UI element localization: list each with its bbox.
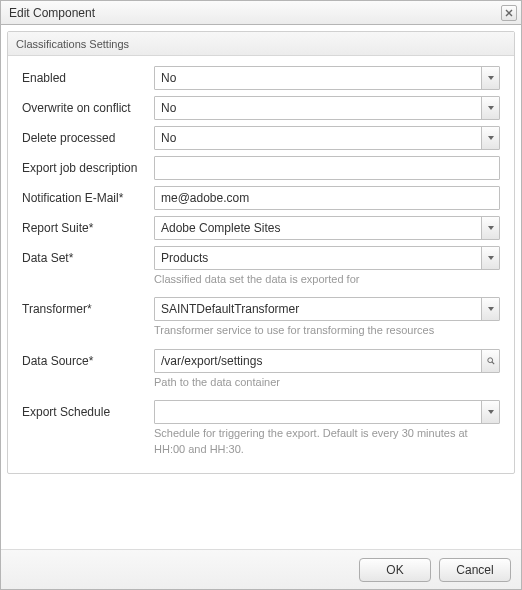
report-suite-select[interactable]: Adobe Complete Sites (154, 216, 500, 240)
label-export-schedule: Export Schedule (22, 400, 154, 419)
hint-data-set: Classified data set the data is exported… (154, 272, 500, 287)
delete-processed-select[interactable]: No (154, 126, 500, 150)
row-overwrite: Overwrite on conflict No (22, 96, 500, 120)
row-data-source: Data Source* /var/export/settings (22, 349, 500, 373)
dialog-title: Edit Component (9, 6, 95, 20)
enabled-trigger[interactable] (481, 67, 499, 89)
button-bar: OK Cancel (1, 549, 521, 589)
export-schedule-trigger[interactable] (481, 401, 499, 423)
chevron-down-icon (487, 101, 495, 115)
hint-data-source: Path to the data container (154, 375, 500, 390)
row-delete-processed: Delete processed No (22, 126, 500, 150)
row-transformer: Transformer* SAINTDefaultTransformer (22, 297, 500, 321)
row-data-set: Data Set* Products (22, 246, 500, 270)
chevron-down-icon (487, 405, 495, 419)
row-export-schedule: Export Schedule (22, 400, 500, 424)
transformer-trigger[interactable] (481, 298, 499, 320)
label-report-suite: Report Suite* (22, 216, 154, 235)
export-job-desc-field[interactable] (154, 156, 500, 180)
chevron-down-icon (487, 221, 495, 235)
export-schedule-select[interactable] (154, 400, 500, 424)
row-enabled: Enabled No (22, 66, 500, 90)
fieldset-title: Classifications Settings (8, 32, 514, 56)
search-icon (487, 354, 495, 368)
dialog-body: Classifications Settings Enabled No (1, 25, 521, 549)
data-set-value: Products (155, 251, 481, 265)
row-export-job-desc: Export job description (22, 156, 500, 180)
data-source-browse-button[interactable] (481, 350, 499, 372)
data-source-value: /var/export/settings (155, 354, 481, 368)
export-job-desc-input[interactable] (155, 157, 499, 179)
report-suite-trigger[interactable] (481, 217, 499, 239)
chevron-down-icon (487, 71, 495, 85)
row-report-suite: Report Suite* Adobe Complete Sites (22, 216, 500, 240)
data-set-trigger[interactable] (481, 247, 499, 269)
delete-processed-value: No (155, 131, 481, 145)
delete-processed-trigger[interactable] (481, 127, 499, 149)
spacer (7, 474, 515, 543)
label-delete-processed: Delete processed (22, 126, 154, 145)
report-suite-value: Adobe Complete Sites (155, 221, 481, 235)
overwrite-select[interactable]: No (154, 96, 500, 120)
fieldset-body: Enabled No Overwrite on conflict (8, 56, 514, 473)
overwrite-trigger[interactable] (481, 97, 499, 119)
label-export-job-desc: Export job description (22, 156, 154, 175)
hint-transformer: Transformer service to use for transform… (154, 323, 500, 338)
enabled-select[interactable]: No (154, 66, 500, 90)
label-data-source: Data Source* (22, 349, 154, 368)
label-enabled: Enabled (22, 66, 154, 85)
label-overwrite: Overwrite on conflict (22, 96, 154, 115)
label-notification-email: Notification E-Mail* (22, 186, 154, 205)
transformer-value: SAINTDefaultTransformer (155, 302, 481, 316)
ok-button[interactable]: OK (359, 558, 431, 582)
label-transformer: Transformer* (22, 297, 154, 316)
edit-component-dialog: Edit Component Classifications Settings … (0, 0, 522, 590)
close-button[interactable] (501, 5, 517, 21)
hint-export-schedule: Schedule for triggering the export. Defa… (154, 426, 500, 457)
chevron-down-icon (487, 131, 495, 145)
enabled-value: No (155, 71, 481, 85)
classifications-fieldset: Classifications Settings Enabled No (7, 31, 515, 474)
data-source-field[interactable]: /var/export/settings (154, 349, 500, 373)
data-set-select[interactable]: Products (154, 246, 500, 270)
overwrite-value: No (155, 101, 481, 115)
label-data-set: Data Set* (22, 246, 154, 265)
chevron-down-icon (487, 302, 495, 316)
notification-email-input[interactable] (155, 187, 499, 209)
close-icon (505, 6, 513, 20)
notification-email-field[interactable] (154, 186, 500, 210)
transformer-select[interactable]: SAINTDefaultTransformer (154, 297, 500, 321)
svg-point-0 (487, 358, 492, 363)
chevron-down-icon (487, 251, 495, 265)
cancel-button[interactable]: Cancel (439, 558, 511, 582)
row-notification-email: Notification E-Mail* (22, 186, 500, 210)
svg-line-1 (491, 362, 493, 364)
titlebar: Edit Component (1, 1, 521, 25)
